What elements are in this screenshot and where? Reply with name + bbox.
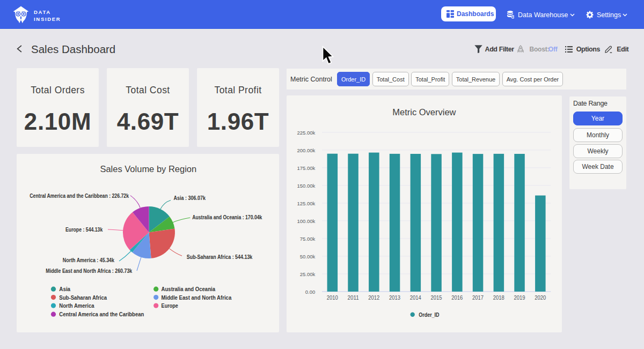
svg-text:75.00k: 75.00k xyxy=(300,236,316,242)
svg-text:225.00k: 225.00k xyxy=(297,130,315,136)
svg-text:2014: 2014 xyxy=(410,295,421,301)
svg-text:Europe : 544.13k: Europe : 544.13k xyxy=(65,226,103,233)
svg-text:50.00k: 50.00k xyxy=(300,254,316,259)
svg-text:0.00: 0.00 xyxy=(305,289,316,295)
svg-text:25.00k: 25.00k xyxy=(300,271,316,277)
svg-text:2019: 2019 xyxy=(514,295,525,301)
svg-text:Sub-Saharan Africa: Sub-Saharan Africa xyxy=(59,294,107,301)
svg-text:Asia : 306.07k: Asia : 306.07k xyxy=(174,195,206,201)
svg-text:North America: North America xyxy=(59,302,94,309)
svg-text:Sales Volume by Region: Sales Volume by Region xyxy=(100,164,196,174)
svg-text:Central America and the Caribb: Central America and the Caribbean : 226.… xyxy=(30,192,129,199)
svg-text:150.00k: 150.00k xyxy=(297,183,315,189)
svg-text:2010: 2010 xyxy=(327,295,338,301)
svg-text:Middle East and North Africa :: Middle East and North Africa : 260.73k xyxy=(46,268,133,274)
svg-text:2015: 2015 xyxy=(431,295,442,301)
svg-text:Asia: Asia xyxy=(59,286,71,292)
svg-text:Order_ID: Order_ID xyxy=(419,311,439,318)
svg-text:Central America and the Caribb: Central America and the Caribbean xyxy=(59,311,144,317)
svg-text:2013: 2013 xyxy=(389,295,400,301)
svg-text:North America : 45.34k: North America : 45.34k xyxy=(63,257,115,263)
svg-text:100.00k: 100.00k xyxy=(297,218,315,224)
svg-text:2011: 2011 xyxy=(348,295,359,301)
svg-text:Metric Overview: Metric Overview xyxy=(392,107,456,117)
svg-text:2018: 2018 xyxy=(493,295,504,301)
svg-text:2020: 2020 xyxy=(535,295,546,301)
svg-text:2017: 2017 xyxy=(472,295,484,301)
svg-text:2012: 2012 xyxy=(368,295,379,301)
svg-text:125.00k: 125.00k xyxy=(297,201,315,206)
svg-text:Australia and Oceania: Australia and Oceania xyxy=(162,286,216,292)
svg-text:2016: 2016 xyxy=(451,295,463,301)
svg-text:200.00k: 200.00k xyxy=(297,147,315,153)
svg-text:Australia and Oceania : 170.04: Australia and Oceania : 170.04k xyxy=(192,214,262,220)
svg-text:Sub-Saharan Africa : 544.13k: Sub-Saharan Africa : 544.13k xyxy=(187,254,253,260)
svg-text:175.00k: 175.00k xyxy=(297,165,315,171)
svg-text:Europe: Europe xyxy=(162,302,178,309)
svg-text:Middle East and North Africa: Middle East and North Africa xyxy=(162,294,232,301)
